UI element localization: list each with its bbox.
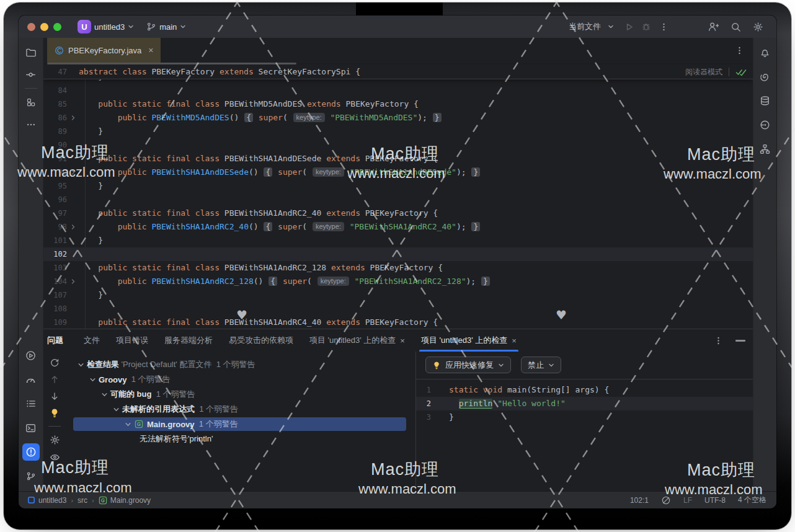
code-line[interactable]: 85 public static final class PBEWithMD5A…: [43, 97, 753, 111]
chevron-down-icon[interactable]: [76, 361, 86, 368]
run-icon[interactable]: [620, 18, 637, 35]
highlighting-off-icon[interactable]: [661, 495, 671, 505]
inspection-results-tab-0[interactable]: 项目 'untitled3' 上的检查×: [301, 329, 413, 352]
tab-options-kebab-icon[interactable]: [735, 38, 744, 63]
run-window-icon[interactable]: [22, 347, 40, 364]
close-icon[interactable]: ×: [400, 336, 405, 345]
code-line[interactable]: 103 public static final class PBEWithSHA…: [43, 261, 753, 275]
eye-icon[interactable]: [50, 452, 60, 463]
problems-tab-0[interactable]: 文件: [76, 329, 108, 352]
code-line[interactable]: 102: [43, 247, 753, 261]
arrow-up-icon[interactable]: [50, 375, 60, 384]
zoom-button[interactable]: [53, 23, 61, 31]
code-line[interactable]: 91 public static final class PBEWithSHA1…: [43, 152, 753, 166]
fold-arrow-icon[interactable]: [67, 111, 79, 125]
refresh-icon[interactable]: [50, 358, 60, 368]
problems-tab-1[interactable]: 项目错误: [108, 329, 156, 352]
ai-assistant-icon[interactable]: [757, 68, 774, 85]
chevron-down-icon[interactable]: [99, 391, 109, 398]
tree-row-4[interactable]: Main.groovy 1 个弱警告: [66, 417, 415, 432]
tree-row-0[interactable]: 检查结果 'Project Default' 配置文件 1 个弱警告: [66, 357, 415, 372]
fold-arrow-icon[interactable]: [67, 275, 79, 288]
code-line[interactable]: 90: [43, 138, 753, 152]
code-line[interactable]: 104 public PBEWithSHA1AndRC2_128() { sup…: [43, 275, 753, 288]
more-icon[interactable]: [22, 116, 40, 133]
code-line[interactable]: 86 public PBEWithMD5AndDES() { super( ke…: [43, 111, 753, 125]
close-button[interactable]: [27, 23, 35, 31]
search-icon[interactable]: [727, 18, 744, 35]
chevron-down-icon[interactable]: [87, 376, 97, 383]
breadcrumb-item-2[interactable]: Main.groovy: [99, 496, 151, 505]
tab-pbekeyfactory[interactable]: PBEKeyFactory.java ×: [47, 38, 161, 63]
line-number: 101: [43, 234, 67, 247]
code-line[interactable]: 84: [43, 84, 753, 97]
person-add-icon[interactable]: [704, 18, 722, 35]
reader-mode-widget[interactable]: 阅读器模式: [685, 64, 747, 79]
structure-icon[interactable]: [22, 94, 40, 111]
chevron-down-icon[interactable]: [123, 421, 133, 428]
inspection-results-tab-1[interactable]: 项目 'untitled3' 上的检查×: [413, 329, 525, 352]
minimize-button[interactable]: [40, 23, 48, 31]
gear-icon[interactable]: [749, 18, 766, 35]
code-line[interactable]: 89 }: [43, 125, 753, 138]
line-separator[interactable]: LF: [683, 496, 692, 505]
todo-icon[interactable]: [22, 395, 40, 412]
sticky-code-line[interactable]: 47abstract class PBEKeyFactory extends S…: [43, 65, 360, 79]
suppress-button[interactable]: 禁止: [521, 357, 561, 373]
bulb-icon[interactable]: [50, 408, 60, 418]
project-widget[interactable]: U untitled3: [78, 20, 134, 33]
hide-panel-icon[interactable]: [735, 340, 745, 342]
tree-row-5[interactable]: 无法解析符号'println': [66, 432, 415, 446]
debug-icon[interactable]: [637, 18, 655, 35]
breadcrumb-item-0[interactable]: untitled3: [27, 496, 66, 505]
close-icon[interactable]: ×: [148, 45, 153, 55]
code-editor[interactable]: 47abstract class PBEKeyFactory extends S…: [43, 63, 753, 329]
code-line[interactable]: 101 }: [43, 234, 753, 247]
chevron-down-icon[interactable]: [111, 406, 121, 413]
close-icon[interactable]: ×: [512, 336, 517, 345]
preview-code-line[interactable]: 3}: [416, 410, 753, 424]
code-preview[interactable]: 1static void main(String[] args) {2 prin…: [416, 379, 753, 491]
fold-arrow-icon[interactable]: [67, 166, 79, 179]
profiler-icon[interactable]: [22, 371, 40, 388]
preview-code-line[interactable]: 1static void main(String[] args) {: [416, 383, 753, 397]
code-line[interactable]: 83 }: [43, 79, 753, 84]
fold-gutter: [67, 316, 79, 329]
code-line[interactable]: 95 }: [43, 179, 753, 193]
apply-quick-fix-button[interactable]: 应用快速修复: [425, 357, 511, 373]
folder-icon[interactable]: [22, 43, 40, 61]
code-text: }: [79, 234, 103, 247]
preview-code-line[interactable]: 2 println "Hello world!": [416, 397, 753, 410]
code-line[interactable]: 96: [43, 193, 753, 206]
tree-row-3[interactable]: 未解析的引用表达式 1 个弱警告: [66, 402, 415, 417]
arrow-down-icon[interactable]: [50, 391, 60, 401]
tree-row-1[interactable]: Groovy 1 个弱警告: [66, 372, 415, 387]
commit-icon[interactable]: [22, 66, 40, 83]
terminal-icon[interactable]: [22, 419, 40, 437]
database-icon[interactable]: [757, 92, 774, 109]
code-line[interactable]: 109 public static final class PBEWithSHA…: [43, 316, 753, 329]
code-line[interactable]: 97 public static final class PBEWithSHA1…: [43, 206, 753, 220]
code-line[interactable]: 92 public PBEWithSHA1AndDESede() { super…: [43, 166, 753, 179]
fold-arrow-icon[interactable]: [67, 220, 79, 234]
code-line[interactable]: 108: [43, 302, 753, 316]
indent-info[interactable]: 4 个空格: [738, 495, 766, 505]
code-line[interactable]: 107 }: [43, 288, 753, 302]
tree-row-2[interactable]: 可能的 bug 1 个弱警告: [66, 387, 415, 402]
code-line[interactable]: 98 public PBEWithSHA1AndRC2_40() { super…: [43, 220, 753, 234]
version-control-icon[interactable]: [22, 468, 40, 485]
breadcrumb-item-1[interactable]: src: [78, 496, 87, 505]
problems-icon[interactable]: [22, 443, 40, 461]
dependencies-icon[interactable]: [757, 140, 774, 157]
problems-tab-3[interactable]: 易受攻击的依赖项: [221, 329, 301, 352]
more-actions-kebab-icon[interactable]: [655, 18, 672, 35]
run-config-selector[interactable]: 当前文件: [569, 21, 614, 32]
notifications-icon[interactable]: [757, 43, 774, 61]
caret-position[interactable]: 102:1: [630, 496, 649, 505]
file-encoding[interactable]: UTF-8: [704, 496, 726, 505]
gradle-icon[interactable]: [757, 116, 774, 133]
branch-widget[interactable]: main: [146, 22, 186, 32]
gear-small-icon[interactable]: [50, 435, 60, 445]
panel-options-kebab-icon[interactable]: [714, 336, 723, 345]
problems-tab-2[interactable]: 服务器端分析: [156, 329, 221, 352]
